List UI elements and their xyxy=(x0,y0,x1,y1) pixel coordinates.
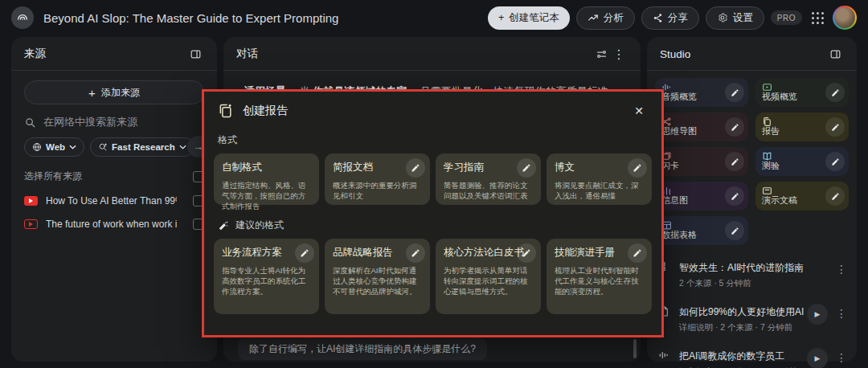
pencil-icon[interactable] xyxy=(825,117,845,137)
sources-panel-title: 来源 xyxy=(24,47,46,61)
tune-icon[interactable] xyxy=(592,45,610,63)
top-bar: Beyond AI Slop: The Master Guide to Expe… xyxy=(0,0,868,35)
notebooklm-logo-icon[interactable] xyxy=(11,6,34,29)
note-meta: 2 个来源 · 5 分钟前 xyxy=(679,278,751,288)
apps-grid-icon[interactable] xyxy=(809,9,826,27)
format-card-custom[interactable]: 自制格式 通过指定结构、风格、语气等方面，按照自己的方式制作报告 xyxy=(214,153,319,205)
studio-panel-title: Studio xyxy=(660,48,690,60)
share-icon xyxy=(653,13,663,23)
note-title: 把AI调教成你的数字员工 xyxy=(679,350,784,362)
analytics-button[interactable]: 分析 xyxy=(576,6,635,30)
collapse-panel-icon[interactable] xyxy=(826,45,844,63)
format-cards-row: 自制格式 通过指定结构、风格、语气等方面，按照自己的方式制作报告 简报文档 概述… xyxy=(204,147,661,205)
pencil-icon[interactable] xyxy=(725,221,744,240)
note-title: 如何比99%的人更好地使用AI xyxy=(679,306,804,317)
user-avatar[interactable] xyxy=(833,6,857,30)
more-options-icon[interactable]: ⋮ xyxy=(836,351,847,364)
pencil-icon[interactable] xyxy=(725,152,744,171)
pencil-icon[interactable] xyxy=(725,83,744,102)
youtube-icon xyxy=(24,196,38,206)
tool-mind-map[interactable]: 思维导图 xyxy=(655,112,748,141)
create-notebook-button[interactable]: + 创建笔记本 xyxy=(488,6,570,30)
chat-scrollbar[interactable] xyxy=(633,339,637,358)
pro-badge: PRO xyxy=(771,10,802,25)
pencil-icon[interactable] xyxy=(725,186,744,206)
modal-title: 创建报告 xyxy=(243,104,288,118)
web-search-input[interactable]: 在网络中搜索新来源 xyxy=(24,115,204,129)
share-button[interactable]: 分享 xyxy=(641,6,699,30)
search-icon xyxy=(24,117,36,129)
more-options-icon[interactable]: ⋮ xyxy=(836,263,847,276)
suggested-cards-row: 业务流程方案 指导专业人士将AI转化为高效数字员工的系统化工作流程方案。 品牌战… xyxy=(204,232,661,314)
note-meta: 详细说明 · 2 个来源 · 7 分钟前 xyxy=(679,322,792,332)
pencil-icon[interactable] xyxy=(517,243,536,263)
more-options-icon[interactable]: ⋮ xyxy=(836,307,847,320)
pencil-icon[interactable] xyxy=(295,243,314,263)
select-all-sources-row: 选择所有来源 xyxy=(24,170,204,183)
plus-icon: + xyxy=(88,86,96,100)
sources-panel: 来源 + 添加来源 在网络中搜索新来源 xyxy=(11,37,217,362)
waveform-icon xyxy=(657,350,671,361)
trending-up-icon xyxy=(588,12,599,23)
collapse-panel-icon[interactable] xyxy=(186,45,204,63)
format-card-study-guide[interactable]: 学习指南 简答题测验、推荐的论文问题以及关键术语词汇表 xyxy=(436,153,541,205)
format-card-blog-post[interactable]: 博文 将洞见要点融汇成文，深入浅出，通俗易懂 xyxy=(547,153,652,205)
youtube-icon xyxy=(24,219,38,229)
pencil-icon[interactable] xyxy=(406,243,425,263)
notebooklm-app: Beyond AI Slop: The Master Guide to Expe… xyxy=(0,0,868,368)
studio-notes-list: 智效共生：AI时代的进阶指南 2 个来源 · 5 分钟前 ⋮ 如何比99%的人更… xyxy=(647,245,857,368)
globe-icon xyxy=(32,142,42,152)
create-report-modal: 创建报告 ✕ 格式 自制格式 通过指定结构、风格、语气等方面，按照自己的方式制作… xyxy=(202,89,664,337)
more-options-icon[interactable]: ⋮ xyxy=(610,45,628,63)
note-item[interactable]: 把AI调教成你的数字员工 深入探究 · 2 个来源 · 30 分钟前 ▶ ⋮ xyxy=(653,341,850,368)
format-card-briefing[interactable]: 简报文档 概述来源中的重要分析洞见和引文 xyxy=(325,153,430,205)
tool-data-table[interactable]: 数据表格 xyxy=(655,216,748,245)
pencil-icon[interactable] xyxy=(825,83,845,102)
add-source-button[interactable]: + 添加来源 xyxy=(24,80,204,104)
suggested-card-skills-handbook[interactable]: 技能演进手册 梳理从工业时代到智能时代工作意义与核心生存技能的演变历程。 xyxy=(547,239,652,314)
suggested-card-methodology[interactable]: 核心方法论白皮书 为初学者揭示从简单对话转向深度提示词工程的核心逻辑与思维方式。 xyxy=(436,239,541,314)
web-source-dropdown[interactable]: Web xyxy=(24,137,84,157)
tool-report[interactable]: 报告 xyxy=(755,112,849,141)
pencil-icon[interactable] xyxy=(825,152,845,171)
tool-presentation[interactable]: 演示文稿 xyxy=(755,182,849,211)
gear-icon xyxy=(717,12,728,23)
suggested-card-workflow[interactable]: 业务流程方案 指导专业人士将AI转化为高效数字员工的系统化工作流程方案。 xyxy=(214,239,319,314)
tool-quiz[interactable]: 测验 xyxy=(755,147,849,176)
pencil-icon[interactable] xyxy=(628,243,647,263)
format-section-label: 格式 xyxy=(218,133,661,147)
pencil-icon[interactable] xyxy=(628,158,647,178)
note-title: 智效共生：AI时代的进阶指南 xyxy=(679,262,804,273)
tool-video-overview[interactable]: 视频概览 xyxy=(755,78,849,107)
notebook-title: Beyond AI Slop: The Master Guide to Expe… xyxy=(43,11,338,25)
suggested-card-brand-strategy[interactable]: 品牌战略报告 深度解析在AI时代如何通过人类核心竞争优势构建不可替代的品牌护城河… xyxy=(325,239,430,314)
search-options-row: Web Fast Research → xyxy=(24,137,204,157)
chevron-down-icon xyxy=(179,145,186,149)
tool-infographic[interactable]: 信息图 xyxy=(655,182,748,211)
pencil-icon[interactable] xyxy=(406,158,425,178)
suggested-section-label: 建议的格式 xyxy=(218,219,661,232)
magic-wand-icon xyxy=(218,220,229,231)
research-mode-dropdown[interactable]: Fast Research xyxy=(90,137,194,157)
close-icon[interactable]: ✕ xyxy=(630,102,648,120)
play-button[interactable]: ▶ xyxy=(807,348,828,368)
source-item[interactable]: The future of work when work is meaningl… xyxy=(24,219,204,230)
source-item[interactable]: How To Use AI Better Than 99% Of People … xyxy=(24,195,204,206)
tool-audio-overview[interactable]: 音频概览 xyxy=(655,78,748,107)
research-icon xyxy=(98,142,108,152)
pencil-icon[interactable] xyxy=(517,158,536,178)
chevron-down-icon xyxy=(69,145,76,149)
play-button[interactable]: ▶ xyxy=(807,304,828,325)
pencil-icon[interactable] xyxy=(825,186,845,206)
note-item[interactable]: 如何比99%的人更好地使用AI 详细说明 · 2 个来源 · 7 分钟前 ▶ ⋮ xyxy=(653,297,850,341)
create-report-icon xyxy=(218,103,234,119)
studio-panel: Studio 音频概览 xyxy=(647,37,857,362)
tool-flashcards[interactable]: 闪卡 xyxy=(655,147,748,176)
plus-icon: + xyxy=(498,12,504,23)
note-item[interactable]: 智效共生：AI时代的进阶指南 2 个来源 · 5 分钟前 ⋮ xyxy=(653,253,850,297)
suggested-question-chip[interactable]: 除了自行编写，让AI创建详细指南的具体步骤是什么? xyxy=(238,338,487,360)
top-bar-actions: + 创建笔记本 分析 分享 xyxy=(488,6,857,30)
settings-button[interactable]: 设置 xyxy=(706,6,764,30)
pencil-icon[interactable] xyxy=(725,117,744,137)
studio-tools-grid: 音频概览 视频概览 思维导图 xyxy=(647,71,857,245)
